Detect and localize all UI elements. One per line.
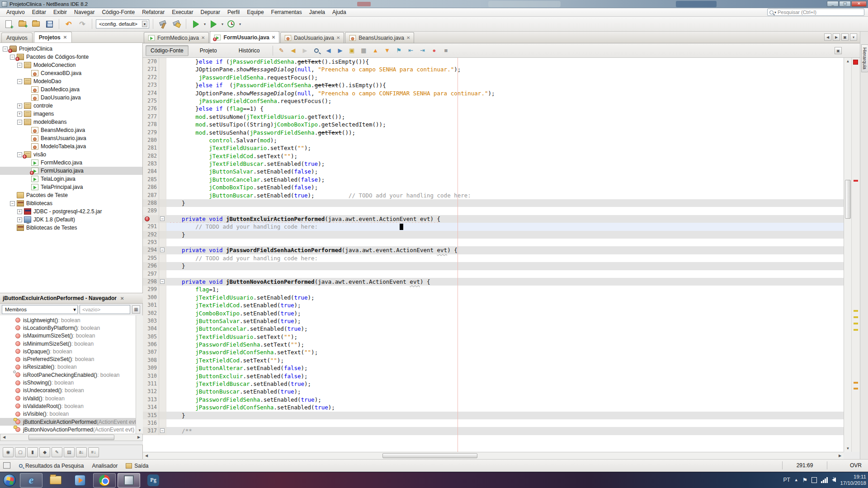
tab-formusuario-java[interactable]: !FormUsuario.java✕ xyxy=(210,31,279,43)
hidden-icons-icon[interactable]: ▲ xyxy=(794,478,798,482)
code-line-277[interactable]: 277 mod.setUsuNome(jTextFieldUsuario.get… xyxy=(143,113,844,121)
code-line-299[interactable]: 299 flag=1; xyxy=(143,286,844,293)
scroll-right-icon[interactable]: ▶ xyxy=(836,453,844,459)
line-number[interactable]: 281 xyxy=(143,144,159,152)
previous-occurrence-icon[interactable]: ◀ xyxy=(323,45,334,56)
bottom-tab-resultados-da-pesquisa[interactable]: Resultados da Pesquisa xyxy=(14,461,88,470)
taskbar-media-player[interactable] xyxy=(69,473,91,488)
fold-collapse-icon[interactable]: − xyxy=(160,216,165,221)
stripe-mark[interactable] xyxy=(854,310,858,312)
code-line-315[interactable]: 315 } xyxy=(143,412,844,419)
line-number[interactable]: 288 xyxy=(143,199,159,207)
code-line-281[interactable]: 281 jTextFieldUsuario.setText(""); xyxy=(143,144,844,152)
navigator-grid-icon[interactable]: ▦ xyxy=(132,305,140,314)
member-isshowing[interactable]: isShowing() : boolean xyxy=(0,379,142,386)
fold-margin[interactable]: − xyxy=(159,278,166,286)
line-number[interactable]: 299 xyxy=(143,286,159,293)
code-line-282[interactable]: 282 jTextFieldCod.setText(""); xyxy=(143,152,844,160)
new-file-button[interactable] xyxy=(3,18,14,30)
expand-icon[interactable]: + xyxy=(17,112,22,117)
code-line-297[interactable]: 297 xyxy=(143,270,844,278)
show-static-filter-icon[interactable]: ▮ xyxy=(27,447,38,457)
member-ispreferredsizeset[interactable]: isPreferredSizeSet() : boolean xyxy=(0,355,142,363)
tree-node-vis-o[interactable]: −!visão xyxy=(0,150,142,159)
line-number[interactable]: 297 xyxy=(143,270,159,278)
scrollbar-thumb[interactable] xyxy=(28,435,114,440)
tree-node-beansmedico-java[interactable]: BeansMedico.java xyxy=(0,126,142,134)
view-hist-rico[interactable]: Histórico xyxy=(228,45,270,56)
open-source-filter-icon[interactable]: ▤ xyxy=(64,447,75,457)
stripe-mark[interactable] xyxy=(854,329,858,331)
member-isrootpanecheckingenabled[interactable]: isRootPaneCheckingEnabled() : boolean xyxy=(0,371,142,379)
redo-button[interactable]: ↷ xyxy=(76,18,88,30)
code-line-272[interactable]: 272 jPasswordFieldSenha.requestFocus(); xyxy=(143,74,844,81)
line-number[interactable]: 295 xyxy=(143,254,159,262)
code-line-291[interactable]: 291 // TODO add your handling code here: xyxy=(143,223,844,230)
navigator-scope-select[interactable]: Membros ▾ xyxy=(2,305,78,314)
code-line-296[interactable]: 296 } xyxy=(143,262,844,270)
undo-button[interactable]: ↶ xyxy=(63,18,75,30)
line-number[interactable]: 310 xyxy=(143,372,159,380)
tree-node-jdbc-postgresql-42-2-5-jar[interactable]: +JDBC - postgresql-42.2.5.jar xyxy=(0,207,142,216)
code-line-304[interactable]: 304 jButtonCancelar.setEnabled(true); xyxy=(143,325,844,333)
tree-node-pacotes-de-teste[interactable]: Pacotes de Teste xyxy=(0,191,142,199)
tab-daousuario-java[interactable]: DaoUsuario.java✕ xyxy=(280,32,344,43)
menu-ferramentas[interactable]: Ferramentas xyxy=(268,8,306,16)
clipboard-icon[interactable] xyxy=(811,477,817,483)
collapse-icon[interactable]: − xyxy=(10,55,15,60)
line-number[interactable]: 283 xyxy=(143,160,159,168)
volume-icon[interactable] xyxy=(832,478,836,482)
line-number[interactable]: 309 xyxy=(143,364,159,372)
expand-icon[interactable]: + xyxy=(17,209,22,214)
tree-node-daomedico-java[interactable]: DaoMedico.java xyxy=(0,85,142,94)
line-number[interactable]: 313 xyxy=(143,396,159,404)
error-stripe[interactable] xyxy=(851,58,860,452)
member-jbuttonnovoactionperformed[interactable]: jButtonNovoActionPerformed(ActionEvent e… xyxy=(0,426,142,433)
line-number[interactable]: 316 xyxy=(143,419,159,427)
menu-perfil[interactable]: Perfil xyxy=(224,8,243,16)
member-isundecorated[interactable]: isUndecorated() : boolean xyxy=(0,387,142,394)
code-line-278[interactable]: 278 mod.setUsuTipo((String)jComboBoxTipo… xyxy=(143,121,844,128)
editor-settings-icon[interactable]: ▣ xyxy=(835,47,842,54)
expand-icon[interactable]: + xyxy=(17,217,22,222)
code-line-286[interactable]: 286 jComboBoxTipo.setEnabled(false); xyxy=(143,183,844,191)
code-line-270[interactable]: 270 }else if (jPasswordFieldSenha.getTex… xyxy=(143,58,844,66)
stripe-mark[interactable] xyxy=(854,382,858,384)
menu-navegar[interactable]: Navegar xyxy=(71,8,98,16)
line-number[interactable]: 277 xyxy=(143,113,159,121)
debug-dropdown-icon[interactable]: ▾ xyxy=(222,22,223,26)
code-line-300[interactable]: 300 jTextFieldUsuario.setEnabled(true); xyxy=(143,294,844,301)
code-line-271[interactable]: 271 JOptionPane.showMessageDialog(null, … xyxy=(143,66,844,73)
line-number[interactable]: 312 xyxy=(143,388,159,395)
navigator-vertical-scrollbar[interactable]: ▼ xyxy=(136,315,143,434)
code-line-275[interactable]: 275 jPasswordFieldConfSenha.requestFocus… xyxy=(143,97,844,105)
member-isvalidateroot[interactable]: isValidateRoot() : boolean xyxy=(0,402,142,410)
run-dropdown-icon[interactable]: ▾ xyxy=(204,22,206,26)
code-line-279[interactable]: 279 mod.setUsuSenha(jPasswordFieldSenha.… xyxy=(143,129,844,136)
toggle-bookmark-icon[interactable]: ⚑ xyxy=(393,45,404,56)
line-number[interactable]: 272 xyxy=(143,74,159,81)
scroll-down-icon[interactable]: ▼ xyxy=(844,445,852,452)
scroll-up-icon[interactable]: ▲ xyxy=(844,58,852,65)
code-line-274[interactable]: 274 JOptionPane.showMessageDialog(null, … xyxy=(143,89,844,97)
language-indicator[interactable]: PT xyxy=(783,477,790,483)
fold-margin[interactable]: − xyxy=(159,215,166,223)
code-line-295[interactable]: 295 // TODO add your handling code here: xyxy=(143,254,844,262)
line-number[interactable]: 305 xyxy=(143,333,159,341)
code-line-314[interactable]: 314 jPasswordFieldConfSenha.setEnabled(t… xyxy=(143,404,844,411)
line-number[interactable]: 274 xyxy=(143,89,159,97)
line-number[interactable]: 298 xyxy=(143,278,159,286)
next-bookmark-icon[interactable]: ▼ xyxy=(382,45,392,56)
scroll-left-icon[interactable]: ◀ xyxy=(143,453,150,459)
code-line-289[interactable]: 289 xyxy=(143,207,844,215)
code-line-283[interactable]: 283 jTextFieldBuscar.setEnabled(true); xyxy=(143,160,844,168)
editor-vertical-scrollbar[interactable]: ▲ ▼ xyxy=(844,58,851,452)
collapse-icon[interactable]: − xyxy=(17,79,22,84)
navigator-member-list[interactable]: isLightweight() : booleanisLocationByPla… xyxy=(0,315,143,434)
action-center-flag-icon[interactable]: ⚑ xyxy=(802,477,808,483)
line-number[interactable]: 314 xyxy=(143,404,159,411)
fold-collapse-icon[interactable]: − xyxy=(160,279,165,284)
maximize-button[interactable]: ▢ xyxy=(839,1,851,7)
collapse-icon[interactable]: − xyxy=(17,152,22,157)
scrollbar-thumb[interactable] xyxy=(382,453,477,458)
